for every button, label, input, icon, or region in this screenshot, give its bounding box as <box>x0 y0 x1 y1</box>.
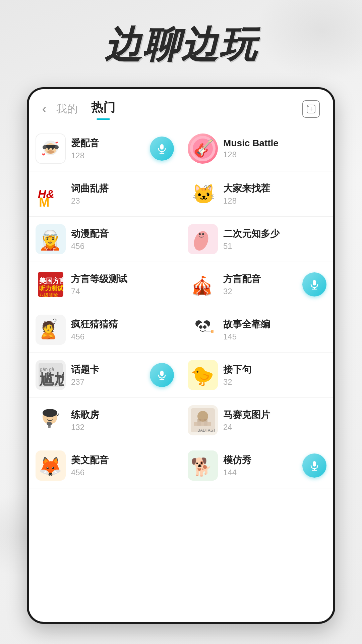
mimicry-count: 144 <box>223 468 300 477</box>
svg-text:M: M <box>39 195 50 207</box>
add-game-button[interactable] <box>302 100 320 118</box>
svg-text:美国方言: 美国方言 <box>39 277 64 284</box>
svg-rect-72 <box>207 422 211 426</box>
list-item[interactable]: 🦊 美文配音 456 <box>29 443 181 488</box>
fangyan-dubbing-text: 方言配音 32 <box>223 273 300 296</box>
list-item[interactable]: 美国方言 听力测试 八级测验 方言等级测试 74 <box>29 262 181 307</box>
list-item[interactable]: H& M 词曲乱搭 23 <box>29 171 181 217</box>
svg-rect-69 <box>197 422 201 426</box>
anime-dubbing-text: 动漫配音 456 <box>71 227 174 251</box>
list-item[interactable]: BADTASTE 马赛克图片 24 <box>181 398 333 443</box>
ciquan-name: 词曲乱搭 <box>71 182 174 195</box>
svg-point-8 <box>55 145 59 149</box>
story-count: 145 <box>223 332 326 341</box>
tab-my[interactable]: 我的 <box>56 102 78 116</box>
ai-dubbing-icon: ❤ ❤ <box>36 133 66 164</box>
mimicry-text: 模仿秀 144 <box>223 454 300 477</box>
games-grid: ❤ ❤ 爱配音 128 <box>29 126 333 488</box>
list-item[interactable]: ❤ ❤ 爱配音 128 <box>29 126 181 171</box>
story-name: 故事全靠编 <box>223 318 326 331</box>
anime-dubbing-icon: 🧝 <box>36 224 66 254</box>
svg-text:♪: ♪ <box>56 410 59 418</box>
crazy-guess-name: 疯狂猜猜猜 <box>71 318 174 331</box>
svg-text:??: ?? <box>204 184 211 191</box>
mask-photo-icon: BADTASTE <box>188 405 218 435</box>
ai-dubbing-mic-button[interactable] <box>150 137 174 161</box>
topic-card-count: 237 <box>71 377 148 387</box>
list-item[interactable]: gān gà 尴尬 话题卡 237 <box>29 353 181 398</box>
topic-card-text: 话题卡 237 <box>71 363 148 387</box>
crazy-guess-count: 456 <box>71 332 174 341</box>
erci-yuan-count: 51 <box>223 241 326 251</box>
mimicry-icon: 🐕 <box>188 450 218 481</box>
ciquan-icon: H& M <box>36 179 66 209</box>
list-item[interactable]: 🐕 模仿秀 144 <box>181 443 333 488</box>
mask-photo-name: 马赛克图片 <box>223 409 326 421</box>
erci-yuan-text: 二次元知多少 51 <box>223 227 326 251</box>
meiwen-dubbing-text: 美文配音 456 <box>71 454 174 477</box>
svg-text:🎪: 🎪 <box>191 275 214 297</box>
erci-yuan-name: 二次元知多少 <box>223 227 326 240</box>
list-item[interactable]: 故事全靠编 145 <box>181 307 333 353</box>
svg-rect-71 <box>204 422 207 426</box>
ciquan-count: 23 <box>71 196 174 206</box>
ai-dubbing-name: 爱配音 <box>71 137 148 150</box>
list-item[interactable]: 🧝 动漫配音 456 <box>29 217 181 262</box>
svg-text:❤: ❤ <box>42 152 45 157</box>
svg-text:BADTASTE: BADTASTE <box>197 428 216 433</box>
svg-point-10 <box>48 148 50 150</box>
list-item[interactable]: ♪ 练歌房 132 <box>29 398 181 443</box>
fangyan-dubbing-mic-button[interactable] <box>302 272 326 297</box>
main-title: 边聊边玩 <box>0 20 362 70</box>
mimicry-mic-button[interactable] <box>302 453 326 478</box>
svg-rect-52 <box>160 371 164 376</box>
list-item[interactable]: 🐤 接下句 32 <box>181 353 333 398</box>
meiwen-dubbing-icon: 🦊 <box>36 450 66 481</box>
svg-rect-66 <box>201 419 204 422</box>
dajia-name: 大家来找茬 <box>223 182 326 195</box>
dajia-text: 大家来找茬 128 <box>223 182 326 206</box>
list-item[interactable]: 🎪 方言配音 32 <box>181 262 333 307</box>
next-line-count: 32 <box>223 377 326 387</box>
svg-text:🧝: 🧝 <box>39 229 62 251</box>
svg-rect-68 <box>194 422 197 426</box>
music-battle-name: Music Battle <box>223 138 326 149</box>
mask-photo-text: 马赛克图片 24 <box>223 409 326 432</box>
svg-rect-48 <box>211 330 214 333</box>
svg-point-28 <box>199 233 201 235</box>
list-item[interactable]: 🎸 Music Battle 128 <box>181 126 333 171</box>
tab-hot[interactable]: 热门 <box>91 99 115 118</box>
svg-point-59 <box>43 409 57 417</box>
fangyan-dubbing-count: 32 <box>223 287 300 296</box>
ciquan-text: 词曲乱搭 23 <box>71 182 174 206</box>
svg-text:八级测验: 八级测验 <box>39 292 58 298</box>
svg-text:🐤: 🐤 <box>191 365 214 387</box>
svg-rect-67 <box>204 419 207 422</box>
sing-room-text: 练歌房 132 <box>71 409 174 432</box>
list-item[interactable]: 🙎 ? 疯狂猜猜猜 456 <box>29 307 181 353</box>
story-text: 故事全靠编 145 <box>223 318 326 341</box>
sing-room-count: 132 <box>71 423 174 432</box>
svg-text:🐱: 🐱 <box>192 183 216 205</box>
topic-card-mic-button[interactable] <box>150 363 174 387</box>
topic-card-icon: gān gà 尴尬 <box>36 360 66 390</box>
ai-dubbing-count: 128 <box>71 151 148 160</box>
fangyan-test-icon: 美国方言 听力测试 八级测验 <box>36 269 66 300</box>
svg-rect-35 <box>313 280 316 285</box>
fangyan-test-count: 74 <box>71 287 174 296</box>
svg-text:?: ? <box>53 317 57 325</box>
meiwen-dubbing-name: 美文配音 <box>71 454 174 467</box>
svg-text:❤: ❤ <box>55 141 58 145</box>
fangyan-test-name: 方言等级测试 <box>71 273 174 285</box>
sing-room-icon: ♪ <box>36 405 66 435</box>
list-item[interactable]: 🐱 ?? ? 大家来找茬 128 <box>181 171 333 217</box>
crazy-guess-text: 疯狂猜猜猜 456 <box>71 318 174 341</box>
games-list: ❤ ❤ 爱配音 128 <box>29 126 333 622</box>
svg-text:🦊: 🦊 <box>39 455 62 478</box>
list-item[interactable]: 二次元知多少 51 <box>181 217 333 262</box>
svg-text:?: ? <box>206 192 209 197</box>
back-button[interactable]: ‹ <box>42 102 46 116</box>
music-battle-text: Music Battle 128 <box>223 138 326 159</box>
svg-point-46 <box>203 325 206 329</box>
svg-point-11 <box>52 148 54 150</box>
